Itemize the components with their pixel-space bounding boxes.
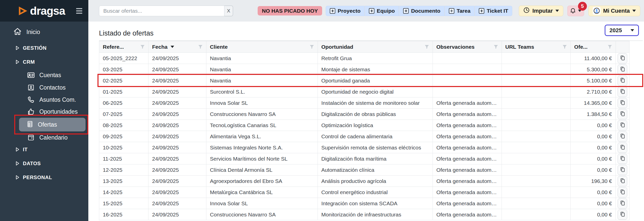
column-header-observaciones[interactable]: Observaciones [433, 41, 502, 53]
add-equipo-button[interactable]: Equipo [365, 6, 399, 16]
column-header-cliente[interactable]: Cliente [206, 41, 318, 53]
sidebar-item-oportunidades[interactable]: Oportunidades [0, 107, 88, 117]
copy-offer-button[interactable] [618, 176, 627, 186]
sidebar-item-cuentas[interactable]: Cuentas [0, 70, 88, 80]
copy-offer-button[interactable] [618, 120, 627, 130]
filter-icon[interactable] [493, 44, 499, 49]
sidebar-section-crm[interactable]: CRM [0, 57, 88, 67]
sidebar-section-personal[interactable]: PERSONAL [0, 172, 88, 182]
table-row[interactable]: 15-202524/09/2025Innova Solar SLIntegrac… [99, 198, 630, 209]
copy-offer-button[interactable] [618, 187, 627, 197]
column-header-oferta[interactable]: Ofe... [571, 41, 616, 53]
search-clear-button[interactable]: X [224, 6, 233, 16]
filter-icon[interactable] [198, 44, 203, 49]
table-row[interactable]: 13-202524/09/2025Agroexportadores del Eb… [99, 176, 630, 187]
cell-opportunity: Oportunidad de negocio digital [318, 86, 433, 97]
cell-actions [616, 142, 629, 153]
cell-client: Servicios Marítimos del Norte SL [206, 153, 318, 164]
quick-create-group: Proyecto Equipo Documento Tarea Ticket I… [326, 6, 512, 16]
chevron-right-icon [15, 45, 20, 50]
column-header-oportunidad[interactable]: Oportunidad [318, 41, 433, 53]
copy-offer-button[interactable] [618, 76, 627, 86]
sidebar-item-label: Contactos [39, 84, 66, 91]
cell-reference: 02-2025 [99, 75, 148, 86]
sidebar-item-inicio[interactable]: Inicio [0, 27, 88, 37]
table-row[interactable]: 01-202524/09/2025Surcontrol S.L.Oportuni… [99, 86, 630, 97]
notifications-button[interactable]: 5 [567, 6, 584, 16]
add-documento-button[interactable]: Documento [399, 6, 444, 16]
copy-offer-button[interactable] [618, 198, 627, 209]
cell-observations [433, 86, 502, 97]
sidebar-section-label: IT [23, 147, 28, 152]
column-header-fecha[interactable]: Fecha [148, 41, 206, 53]
sidebar-section-gestion[interactable]: GESTIÓN [0, 43, 88, 53]
copy-offer-button[interactable] [618, 143, 627, 153]
table-row[interactable]: 14-202524/09/2025Metalúrgica Cantábrica … [99, 187, 630, 198]
sidebar-item-label: Inicio [26, 29, 40, 36]
copy-offer-button[interactable] [618, 154, 627, 164]
table-row[interactable]: 03-202524/09/2025NavantiaMontaje de sist… [99, 64, 630, 75]
copy-offer-button[interactable] [618, 109, 627, 119]
copy-icon [620, 156, 625, 162]
filter-icon[interactable] [140, 44, 145, 49]
search-input[interactable] [99, 6, 224, 16]
column-header-url-teams[interactable]: URL Teams [502, 41, 571, 53]
table-row[interactable]: 02-202524/09/2025NavantiaOportunidad gan… [99, 75, 630, 86]
cell-date: 24/09/2025 [148, 131, 206, 142]
filter-icon[interactable] [607, 44, 613, 49]
sidebar-item-contactos[interactable]: Contactos [0, 82, 88, 93]
cell-opportunity: Integración con sistema SCADA [318, 198, 433, 209]
sidebar-item-calendario[interactable]: Calendario [0, 132, 88, 143]
cell-url-teams [502, 187, 571, 198]
table-row[interactable]: 11-202524/09/2025Servicios Marítimos del… [99, 153, 630, 164]
cell-url-teams [502, 176, 571, 187]
copy-offer-button[interactable] [618, 98, 627, 108]
sidebar-section-label: DATOS [23, 161, 41, 166]
cell-date: 24/09/2025 [148, 86, 206, 97]
copy-offer-button[interactable] [618, 64, 627, 75]
cell-client: Alimentaria Vega S.L. [206, 131, 318, 142]
cell-url-teams [502, 142, 571, 153]
table-row[interactable]: 12-202524/09/2025Clínica Dental Armonía … [99, 164, 630, 176]
copy-offer-button[interactable] [618, 210, 627, 220]
copy-offer-button[interactable] [618, 165, 627, 175]
cell-observations: Oferta generada automátic... [433, 153, 502, 164]
copy-offer-button[interactable] [618, 131, 627, 142]
contact-frame-icon [27, 84, 35, 91]
filter-icon[interactable] [309, 44, 315, 49]
filter-icon[interactable] [424, 44, 430, 49]
table-row[interactable]: 09-202524/09/2025Alimentaria Vega S.L.Co… [99, 131, 630, 142]
cell-date: 24/09/2025 [148, 164, 206, 176]
table-row[interactable]: 16-202524/09/2025Construcciones Navarro … [99, 209, 630, 220]
table-row[interactable]: 08-202524/09/2025TecnoLogística Canarias… [99, 120, 630, 131]
table-row[interactable]: 06-202524/09/2025Innova Solar SLInstalac… [99, 97, 630, 109]
phone-icon [27, 96, 35, 104]
copy-icon [620, 55, 625, 62]
add-ticket-it-button[interactable]: Ticket IT [474, 6, 512, 16]
menu-toggle-icon[interactable] [76, 8, 82, 14]
table-row[interactable]: 05-2025_222224/09/2025NavantiaRetrofit G… [99, 53, 630, 64]
filter-icon[interactable] [562, 44, 567, 49]
cell-client: Surcontrol S.L. [206, 86, 318, 97]
column-header-referencia[interactable]: Refere... [99, 41, 148, 53]
add-tarea-button[interactable]: Tarea [444, 6, 474, 16]
table-row[interactable]: 07-202524/09/2025Construcciones Navarro … [99, 109, 630, 120]
cell-client: TecnoLogística Canarias SL [206, 120, 318, 131]
app-logo[interactable]: dragsa [17, 5, 65, 17]
sidebar-item-asuntos-com[interactable]: Asuntos Com. [0, 95, 88, 105]
sidebar-item-ofertas-active[interactable]: Ofertas [19, 118, 86, 131]
cell-opportunity: Oportunidad ganada [318, 75, 433, 86]
cell-url-teams [502, 109, 571, 120]
cell-url-teams [502, 53, 571, 64]
account-button[interactable]: Mi Cuenta [588, 6, 640, 16]
sidebar-section-it[interactable]: IT [0, 144, 88, 155]
imputar-button[interactable]: Imputar [519, 6, 563, 16]
copy-offer-button[interactable] [618, 87, 627, 97]
sidebar-section-datos[interactable]: DATOS [0, 158, 88, 168]
year-filter-select[interactable]: 2025 [605, 25, 639, 36]
copy-offer-button[interactable] [618, 53, 627, 63]
add-proyecto-button[interactable]: Proyecto [326, 6, 365, 16]
clock-icon [523, 7, 530, 15]
table-row[interactable]: 10-202524/09/2025Sistemas Integrales Nor… [99, 142, 630, 153]
cell-observations [433, 75, 502, 86]
